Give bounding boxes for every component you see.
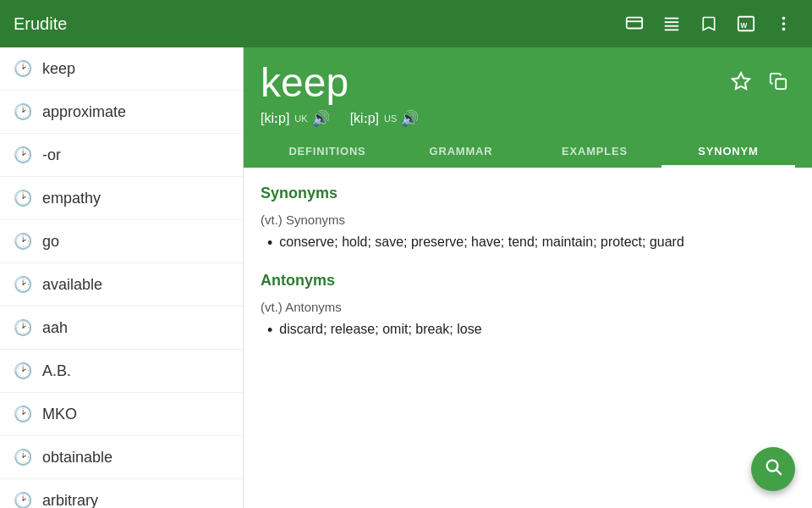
sidebar-item-keep[interactable]: 🕑 keep xyxy=(0,47,243,91)
uk-phonetic: [kiːp] xyxy=(261,110,289,126)
sidebar-item-available[interactable]: 🕑 available xyxy=(0,263,243,306)
topbar-actions: W xyxy=(619,8,798,39)
svg-point-9 xyxy=(782,22,785,25)
svg-rect-4 xyxy=(665,25,679,27)
sidebar-item-obtainable[interactable]: 🕑 obtainable xyxy=(0,436,243,479)
us-speaker-icon[interactable]: 🔊 xyxy=(400,109,419,128)
antonyms-text: discard; release; omit; break; lose xyxy=(279,319,481,342)
sidebar-label: available xyxy=(42,276,102,294)
history-icon: 🕑 xyxy=(14,146,32,164)
antonyms-list: • discard; release; omit; break; lose xyxy=(267,319,795,342)
svg-text:W: W xyxy=(741,22,748,30)
us-flag-label: US xyxy=(384,113,397,124)
history-icon: 🕑 xyxy=(14,448,32,467)
topbar: Erudite W xyxy=(0,0,812,47)
sidebar-label: -or xyxy=(42,146,61,164)
svg-rect-0 xyxy=(627,18,642,29)
right-panel: keep [kiːp] UK 🔊 [kiːp] xyxy=(244,47,812,508)
antonyms-title: Antonyms xyxy=(261,272,795,290)
tab-grammar[interactable]: GRAMMAR xyxy=(394,135,528,168)
sidebar-item-ab[interactable]: 🕑 A.B. xyxy=(0,350,243,393)
sidebar-label: obtainable xyxy=(42,449,112,467)
history-icon: 🕑 xyxy=(14,362,32,380)
svg-point-8 xyxy=(782,17,785,20)
history-icon: 🕑 xyxy=(14,189,32,207)
sidebar-item-go[interactable]: 🕑 go xyxy=(0,220,243,263)
history-icon: 🕑 xyxy=(14,59,32,78)
tabs: DEFINITIONS GRAMMAR EXAMPLES SYNONYM xyxy=(261,135,795,168)
word-header-top: keep xyxy=(261,61,795,106)
sidebar: 🕑 keep 🕑 approximate 🕑 -or 🕑 empathy 🕑 g… xyxy=(0,47,244,508)
tab-examples[interactable]: EXAMPLES xyxy=(528,135,661,168)
copy-icon[interactable] xyxy=(761,64,795,98)
svg-point-10 xyxy=(782,28,785,31)
header-actions xyxy=(724,64,795,98)
flashcard-icon[interactable] xyxy=(619,8,650,39)
more-options-icon[interactable] xyxy=(768,8,798,39)
word-header: keep [kiːp] UK 🔊 [kiːp] xyxy=(244,47,812,168)
sidebar-label: approximate xyxy=(42,103,126,121)
star-icon[interactable] xyxy=(724,64,758,98)
uk-flag-label: UK xyxy=(294,113,307,124)
bullet-dot: • xyxy=(267,232,272,255)
svg-rect-12 xyxy=(776,79,786,89)
svg-rect-5 xyxy=(665,29,679,30)
antonyms-section: Antonyms (vt.) Antonyms • discard; relea… xyxy=(261,272,795,342)
sidebar-item-approximate[interactable]: 🕑 approximate xyxy=(0,91,243,134)
antonyms-pos: (vt.) Antonyms xyxy=(261,300,795,314)
list-icon[interactable] xyxy=(656,8,687,39)
svg-line-14 xyxy=(776,470,781,474)
main-layout: 🕑 keep 🕑 approximate 🕑 -or 🕑 empathy 🕑 g… xyxy=(0,47,812,508)
us-phonetic: [kiːp] xyxy=(350,110,379,126)
history-icon: 🕑 xyxy=(14,275,32,294)
content-area: Synonyms (vt.) Synonyms • conserve; hold… xyxy=(244,168,812,508)
history-icon: 🕑 xyxy=(14,491,32,508)
word-of-day-icon[interactable]: W xyxy=(731,8,761,39)
sidebar-label: keep xyxy=(42,60,75,78)
word-title: keep xyxy=(261,61,348,106)
sidebar-label: go xyxy=(42,233,59,251)
svg-rect-2 xyxy=(665,18,679,19)
sidebar-label: MKO xyxy=(42,406,77,423)
app-title: Erudite xyxy=(14,14,619,34)
synonyms-list: • conserve; hold; save; preserve; have; … xyxy=(267,232,795,255)
search-icon xyxy=(764,457,782,481)
svg-rect-3 xyxy=(665,21,679,23)
pronunciations: [kiːp] UK 🔊 [kiːp] US 🔊 xyxy=(261,109,795,128)
synonyms-pos: (vt.) Synonyms xyxy=(261,213,795,227)
tab-definitions[interactable]: DEFINITIONS xyxy=(261,135,394,168)
sidebar-item-arbitrary[interactable]: 🕑 arbitrary xyxy=(0,479,243,508)
bullet-dot: • xyxy=(267,319,272,342)
synonyms-text: conserve; hold; save; preserve; have; te… xyxy=(279,232,684,255)
pronunciation-us: [kiːp] US 🔊 xyxy=(350,109,420,128)
history-icon: 🕑 xyxy=(14,102,32,121)
uk-speaker-icon[interactable]: 🔊 xyxy=(311,109,330,128)
sidebar-label: A.B. xyxy=(42,362,71,380)
sidebar-item-mko[interactable]: 🕑 MKO xyxy=(0,393,243,436)
sidebar-label: arbitrary xyxy=(42,492,98,509)
search-fab[interactable] xyxy=(751,447,795,491)
tab-synonym[interactable]: SYNONYM xyxy=(661,135,795,168)
bookmark-icon[interactable] xyxy=(694,8,724,39)
history-icon: 🕑 xyxy=(14,318,32,337)
history-icon: 🕑 xyxy=(14,232,32,251)
sidebar-item-aah[interactable]: 🕑 aah xyxy=(0,306,243,350)
synonyms-title: Synonyms xyxy=(261,185,795,202)
sidebar-label: aah xyxy=(42,319,68,337)
svg-marker-11 xyxy=(732,73,749,89)
sidebar-label: empathy xyxy=(42,190,101,207)
sidebar-item-empathy[interactable]: 🕑 empathy xyxy=(0,177,243,220)
sidebar-item-or[interactable]: 🕑 -or xyxy=(0,134,243,177)
pronunciation-uk: [kiːp] UK 🔊 xyxy=(261,109,330,128)
history-icon: 🕑 xyxy=(14,405,32,423)
